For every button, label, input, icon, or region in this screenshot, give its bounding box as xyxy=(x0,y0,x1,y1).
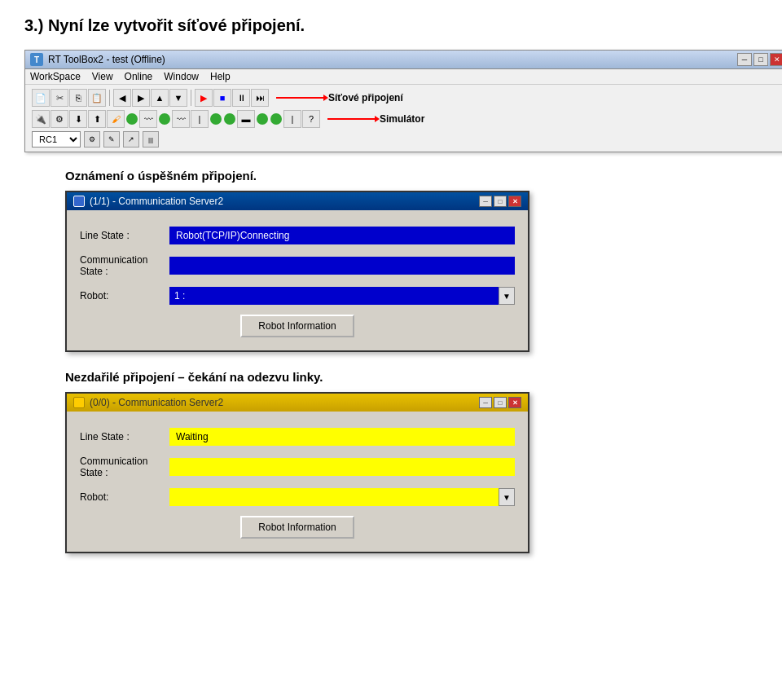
divider2 xyxy=(191,90,191,106)
dialog1-robot-label: Robot: xyxy=(80,290,169,302)
dialog2-robot-arrow[interactable]: ▼ xyxy=(499,488,515,506)
dialog1-linestate-label: Line State : xyxy=(80,230,169,241)
simulator-arrow: Simulátor xyxy=(327,113,424,125)
dialog1-robot-row: Robot: 1 : ▼ xyxy=(80,287,515,305)
dialog1-robot-arrow[interactable]: ▼ xyxy=(499,287,515,305)
down-icon[interactable]: ▼ xyxy=(169,89,187,107)
dialog2-body: Line State : Waiting Communication State… xyxy=(67,412,528,552)
wave-icon[interactable]: 〰 xyxy=(139,110,157,128)
dialog2-controls: ─ □ ✕ xyxy=(479,397,521,408)
dialog1-commstate-row: Communication State : xyxy=(80,254,515,277)
bar-icon[interactable]: ▬ xyxy=(237,110,255,128)
upload-icon[interactable]: ⬆ xyxy=(88,110,106,128)
green-icon6[interactable] xyxy=(270,113,282,125)
dialog2-minimize[interactable]: ─ xyxy=(479,397,492,408)
dialog2-commstate-row: Communication State : xyxy=(80,456,515,478)
sitove-pripojeni-label: Síťové připojení xyxy=(328,92,403,103)
dialog2-title: (0/0) - Communication Server2 xyxy=(90,397,223,408)
simulator-label: Simulátor xyxy=(380,113,424,125)
rc-btn3[interactable]: ↗ xyxy=(123,131,139,147)
settings-icon[interactable]: ⚙ xyxy=(51,110,68,128)
copy-icon[interactable]: ⎘ xyxy=(69,89,87,107)
dialog1-minimize[interactable]: ─ xyxy=(479,196,492,207)
rc-select[interactable]: RC1 xyxy=(32,131,81,147)
up-icon[interactable]: ▲ xyxy=(151,89,169,107)
dialog1-commstate-value xyxy=(169,257,515,275)
help-icon[interactable]: ? xyxy=(302,110,320,128)
green-icon2[interactable] xyxy=(159,113,170,125)
sitove-pripojeni-arrow: Síťové připojení xyxy=(276,92,403,103)
dialog1-linestate-value: Robot(TCP/IP)Connecting xyxy=(169,227,515,244)
green-icon4[interactable] xyxy=(224,113,235,125)
toolbar-titlebar: T RT ToolBox2 - test (Offline) ─ □ ✕ xyxy=(25,51,782,69)
dialog2-robot-label: Robot: xyxy=(80,491,169,503)
download-icon[interactable]: ⬇ xyxy=(69,110,87,128)
menu-bar: WorkSpace View Online Window Help xyxy=(25,69,782,85)
green-icon5[interactable] xyxy=(257,113,268,125)
dialog2-robot-select-value xyxy=(169,488,499,506)
rc-btn2[interactable]: ✎ xyxy=(103,131,120,147)
green-icon3[interactable] xyxy=(210,113,222,125)
dialog2-robot-btn-container: Robot Information xyxy=(80,516,515,539)
dialog2-close[interactable]: ✕ xyxy=(508,397,521,408)
run-icon[interactable]: ▶ xyxy=(195,89,213,107)
restore-button[interactable]: □ xyxy=(753,53,768,66)
dialog1-robot-btn-container: Robot Information xyxy=(80,315,515,337)
menu-online[interactable]: Online xyxy=(125,71,153,82)
paste-icon[interactable]: 📋 xyxy=(88,89,106,107)
divider-icon2[interactable]: | xyxy=(283,110,301,128)
app-icon: T xyxy=(30,53,43,66)
arrow-line-1 xyxy=(276,97,325,99)
green-icon1[interactable] xyxy=(126,113,138,125)
dialog1-titlebar-left: (1/1) - Communication Server2 xyxy=(73,196,223,207)
dialog1-controls: ─ □ ✕ xyxy=(479,196,521,207)
dialog1-close[interactable]: ✕ xyxy=(508,196,521,207)
section1-text: Oznámení o úspěšném připojení. xyxy=(65,169,758,183)
menu-view[interactable]: View xyxy=(92,71,113,82)
toolbar-titlebar-left: T RT ToolBox2 - test (Offline) xyxy=(30,53,165,66)
pause-icon[interactable]: ⏸ xyxy=(232,89,250,107)
close-button[interactable]: ✕ xyxy=(770,53,782,66)
dialog1-title: (1/1) - Communication Server2 xyxy=(90,196,223,207)
dialog2-titlebar: (0/0) - Communication Server2 ─ □ ✕ xyxy=(67,394,528,412)
toolbar-rc-row: RC1 ⚙ ✎ ↗ ||| xyxy=(29,130,782,149)
dialog1-robot-info-button[interactable]: Robot Information xyxy=(240,315,354,337)
dialog1-robot-dropdown: 1 : ▼ xyxy=(169,287,515,305)
rc-btn1[interactable]: ⚙ xyxy=(84,131,100,147)
dialog1-linestate-row: Line State : Robot(TCP/IP)Connecting xyxy=(80,227,515,244)
toolbar-win-controls: ─ □ ✕ xyxy=(737,53,782,66)
menu-help[interactable]: Help xyxy=(210,71,231,82)
dialog2-restore[interactable]: □ xyxy=(494,397,507,408)
page-title: 3.) Nyní lze vytvořit síťové připojení. xyxy=(24,16,758,35)
minimize-button[interactable]: ─ xyxy=(737,53,752,66)
dialog1-restore[interactable]: □ xyxy=(494,196,507,207)
connect-icon[interactable]: 🔌 xyxy=(32,110,50,128)
cut-icon[interactable]: ✂ xyxy=(51,89,68,107)
wave-icon2[interactable]: 〰 xyxy=(172,110,190,128)
toolbar-window: T RT ToolBox2 - test (Offline) ─ □ ✕ Wor… xyxy=(24,50,782,152)
dialog2-commstate-label: Communication State : xyxy=(80,456,169,478)
step-icon[interactable]: ⏭ xyxy=(251,89,269,107)
menu-workspace[interactable]: WorkSpace xyxy=(30,71,81,82)
dialog1-commstate-label: Communication State : xyxy=(80,254,169,277)
dialog2: (0/0) - Communication Server2 ─ □ ✕ Line… xyxy=(65,392,529,553)
new-icon[interactable]: 📄 xyxy=(32,89,50,107)
divider-icon[interactable]: | xyxy=(191,110,209,128)
dialog2-linestate-label: Line State : xyxy=(80,431,169,442)
dialog2-titlebar-left: (0/0) - Communication Server2 xyxy=(73,397,223,408)
menu-window[interactable]: Window xyxy=(164,71,199,82)
dialog2-robot-info-button[interactable]: Robot Information xyxy=(240,516,354,539)
forward-icon[interactable]: ▶ xyxy=(132,89,150,107)
dialog1-robot-select-value: 1 : xyxy=(169,287,499,305)
dialog1: (1/1) - Communication Server2 ─ □ ✕ Line… xyxy=(65,191,529,352)
dialog2-icon xyxy=(73,397,85,408)
dialog2-linestate-row: Line State : Waiting xyxy=(80,428,515,446)
back-icon[interactable]: ◀ xyxy=(113,89,131,107)
paint-icon[interactable]: 🖌 xyxy=(107,110,125,128)
dialog1-icon xyxy=(73,196,85,207)
stop-icon[interactable]: ■ xyxy=(213,89,231,107)
rc-btn4[interactable]: ||| xyxy=(143,131,159,147)
toolbar-body: 📄 ✂ ⎘ 📋 ◀ ▶ ▲ ▼ ▶ ■ ⏸ ⏭ Síťové připojení… xyxy=(25,85,782,152)
divider1 xyxy=(109,90,110,106)
dialog1-body: Line State : Robot(TCP/IP)Connecting Com… xyxy=(67,210,528,350)
